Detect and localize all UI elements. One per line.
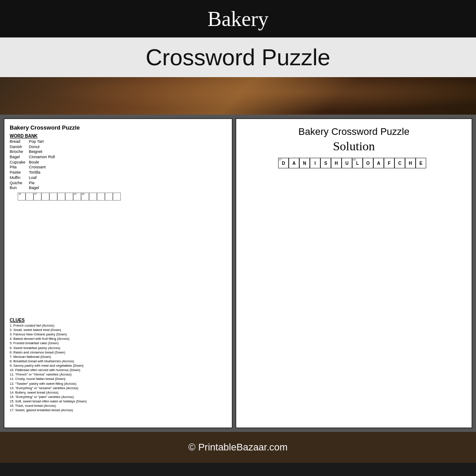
- clue-item: 15. Soft, sweet bread often eaten at hol…: [10, 399, 227, 404]
- blank-crossword-grid: .bcell { position:absolute; width:18px; …: [10, 193, 227, 316]
- solution-panel-title: Bakery Crossword Puzzle: [243, 126, 465, 138]
- clue-item: 3. Famous New Orleans pastry (Down): [10, 332, 227, 337]
- page-title: Bakery: [208, 7, 269, 31]
- word-bank-column-2: Pop Tart Donut Beignet Cinnamon Roll Bou…: [29, 139, 55, 191]
- clue-item: 10. Flatbread often served with hummus (…: [10, 368, 227, 372]
- clue-item: 15. "Everything" or "plain" varieties (A…: [10, 395, 227, 399]
- left-panel-title: Bakery Crossword Puzzle: [10, 124, 227, 131]
- clue-item: 13. "Everything" or "sesame" varieties (…: [10, 386, 227, 390]
- clue-item: 16. Thick, round bread (Across): [10, 404, 227, 408]
- clue-item: 14. Buttery, sweet bread (Across): [10, 390, 227, 395]
- clues-list: 1. French custard tart (Across) 2. Small…: [10, 324, 227, 413]
- clue-item: 9. Savory pastry with meat and vegetable…: [10, 364, 227, 368]
- top-banner: Bakery: [0, 0, 476, 37]
- clue-item: 8. Breakfast bread with blueberries (Acr…: [10, 359, 227, 364]
- footer: © PrintableBazaar.com: [0, 432, 476, 463]
- clue-item: 2. Small, sweet baked treat (Down): [10, 328, 227, 332]
- clue-item: 7. Mexican flatbread (Down): [10, 355, 227, 359]
- clue-item: 11. "French" or "Vienna" varieties (Acro…: [10, 372, 227, 377]
- clue-item: 4. Baked dessert with fruit filling (Acr…: [10, 337, 227, 341]
- right-panel: Bakery Crossword Puzzle Solution .sc { p…: [235, 118, 472, 428]
- solution-grid: .sc { position: absolute; width: 24px; h…: [266, 158, 442, 396]
- clue-item: 6. Raisin and cinnamon bread (Down): [10, 350, 227, 355]
- clues-section: CLUES 1. French custard tart (Across) 2.…: [10, 318, 227, 413]
- clue-item: 17. Sweet, glazed breakfast bread (Acros…: [10, 408, 227, 413]
- clue-item: 1. French custard tart (Across): [10, 324, 227, 328]
- main-content: Bakery Crossword Puzzle WORD BANK Bread …: [0, 115, 476, 432]
- decorative-image-area: [0, 77, 476, 115]
- word-bank-label: WORD BANK: [10, 134, 227, 138]
- clue-item: 11. Crusty, round Italian bread (Down): [10, 377, 227, 381]
- solution-label: Solution: [243, 139, 465, 153]
- subtitle-bar: Crossword Puzzle: [0, 37, 476, 77]
- clues-label: CLUES: [10, 318, 227, 323]
- word-bank-column-1: Bread Danish Brioche Bagel Cupcake Pita …: [10, 139, 26, 191]
- clue-item: 6. Sweet breakfast pastry (Across): [10, 346, 227, 350]
- left-panel: Bakery Crossword Puzzle WORD BANK Bread …: [4, 118, 233, 428]
- clue-item: 12. "Toaster" pastry with sweet filling …: [10, 382, 227, 386]
- footer-text: © PrintableBazaar.com: [188, 442, 287, 453]
- clue-item: 5. Frosted breakfast cake (Down): [10, 341, 227, 346]
- subtitle-text: Crossword Puzzle: [145, 44, 330, 71]
